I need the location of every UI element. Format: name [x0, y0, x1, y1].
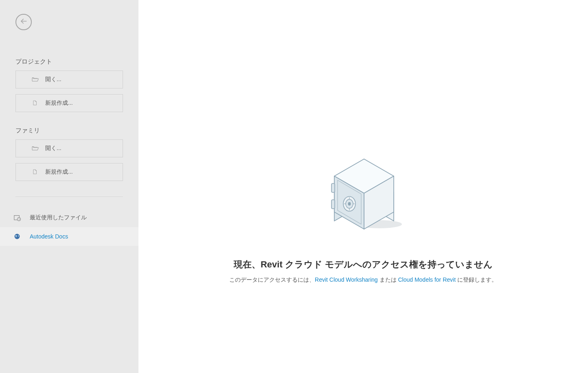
family-section-title: ファミリ — [15, 127, 138, 135]
empty-state-subtext: このデータにアクセスするには、Revit Cloud Worksharing ま… — [229, 276, 497, 284]
folder-open-icon — [31, 146, 39, 151]
project-section-title: プロジェクト — [15, 58, 138, 66]
link-cloud-worksharing[interactable]: Revit Cloud Worksharing — [315, 276, 378, 283]
main-content: 現在、Revit クラウド モデルへのアクセス権を持っていません このデータにア… — [138, 0, 588, 373]
project-new-label: 新規作成... — [45, 99, 73, 107]
new-file-icon — [31, 100, 39, 106]
family-open-label: 開く... — [45, 145, 61, 152]
svg-point-3 — [15, 234, 20, 239]
family-new-button[interactable]: 新規作成... — [15, 163, 123, 181]
new-file-icon — [31, 169, 39, 175]
sub-suffix: に登録します。 — [456, 276, 497, 283]
svg-rect-5 — [331, 183, 335, 192]
divider — [15, 196, 123, 197]
heading-product: Revit — [261, 259, 283, 269]
sidebar: プロジェクト 開く... 新規作成... ファミリ 開く... — [0, 0, 138, 373]
project-open-label: 開く... — [45, 76, 61, 83]
sub-mid: または — [378, 276, 398, 283]
recent-files-icon — [13, 214, 21, 221]
family-open-button[interactable]: 開く... — [15, 139, 123, 157]
sub-prefix: このデータにアクセスするには、 — [229, 276, 315, 283]
safe-empty-state-icon — [320, 155, 406, 238]
project-new-button[interactable]: 新規作成... — [15, 94, 123, 112]
project-open-button[interactable]: 開く... — [15, 71, 123, 88]
heading-prefix: 現在、 — [234, 259, 261, 269]
folder-open-icon — [31, 77, 39, 82]
nav-autodesk-docs[interactable]: Autodesk Docs — [0, 227, 138, 246]
nav-autodesk-docs-label: Autodesk Docs — [30, 233, 68, 240]
nav-recent-files-label: 最近使用したファイル — [30, 214, 87, 221]
heading-suffix: クラウド モデルへのアクセス権を持っていません — [283, 259, 493, 269]
back-button[interactable] — [15, 14, 32, 30]
globe-icon — [13, 233, 21, 240]
nav-recent-files[interactable]: 最近使用したファイル — [0, 208, 138, 227]
family-new-label: 新規作成... — [45, 168, 73, 176]
svg-point-9 — [348, 202, 351, 205]
link-cloud-models[interactable]: Cloud Models for Revit — [398, 276, 456, 283]
empty-state-heading: 現在、Revit クラウド モデルへのアクセス権を持っていません — [234, 258, 493, 271]
svg-rect-6 — [331, 200, 335, 209]
arrow-left-icon — [20, 18, 27, 26]
